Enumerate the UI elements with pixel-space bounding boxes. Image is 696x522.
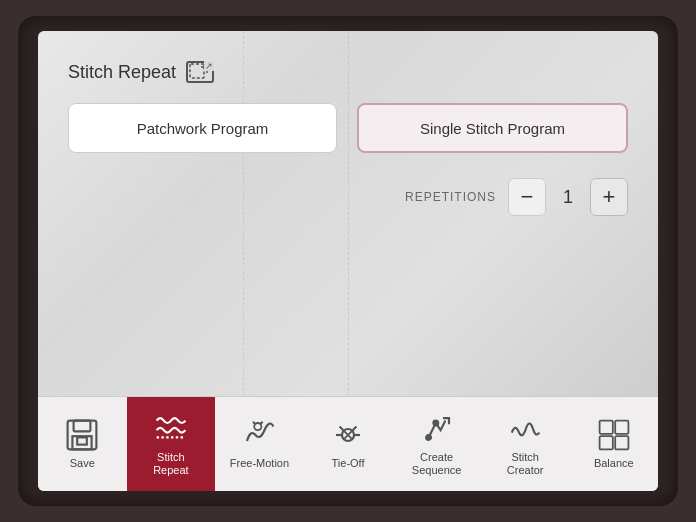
repetitions-minus-button[interactable]: − [508, 178, 546, 216]
svg-rect-12 [615, 437, 628, 450]
stitch-repeat-label: Stitch Repeat [68, 62, 176, 83]
svg-point-8 [433, 420, 438, 425]
stitch-creator-icon [507, 411, 543, 447]
svg-rect-4 [77, 438, 87, 445]
repetitions-label: REPETITIONS [405, 190, 496, 204]
save-label: Save [70, 457, 95, 470]
create-sequence-icon [419, 411, 455, 447]
toolbar-tie-off[interactable]: Tie-Off [304, 397, 393, 491]
svg-point-7 [426, 435, 431, 440]
tie-off-icon [330, 417, 366, 453]
balance-icon [596, 417, 632, 453]
balance-label: Balance [594, 457, 634, 470]
stitch-repeat-icon [186, 61, 214, 83]
toolbar-free-motion[interactable]: Free-Motion [215, 397, 304, 491]
free-motion-label: Free-Motion [230, 457, 289, 470]
toolbar-create-sequence[interactable]: CreateSequence [392, 397, 481, 491]
stitch-repeat-header: Stitch Repeat [68, 61, 628, 83]
repetitions-plus-button[interactable]: + [590, 178, 628, 216]
repetitions-row: REPETITIONS − 1 + [68, 178, 628, 216]
program-buttons: Patchwork Program Single Stitch Program [68, 103, 628, 153]
screen: Stitch Repeat Patchwork Program Single S… [38, 31, 658, 491]
toolbar-stitch-repeat[interactable]: StitchRepeat [127, 397, 216, 491]
stitch-repeat-label-tool: StitchRepeat [153, 451, 188, 477]
tie-off-label: Tie-Off [332, 457, 365, 470]
repetitions-value: 1 [558, 187, 578, 208]
toolbar-stitch-creator[interactable]: StitchCreator [481, 397, 570, 491]
svg-rect-0 [190, 64, 204, 78]
svg-rect-11 [599, 437, 612, 450]
stitch-repeat-tool-icon [153, 411, 189, 447]
create-sequence-label: CreateSequence [412, 451, 462, 477]
toolbar-save[interactable]: Save [38, 397, 127, 491]
toolbar-balance[interactable]: Balance [569, 397, 658, 491]
free-motion-icon [241, 417, 277, 453]
save-icon [64, 417, 100, 453]
svg-rect-9 [599, 421, 612, 434]
patchwork-program-button[interactable]: Patchwork Program [68, 103, 337, 153]
single-stitch-program-button[interactable]: Single Stitch Program [357, 103, 628, 153]
svg-rect-2 [74, 421, 91, 432]
stitch-creator-label: StitchCreator [507, 451, 544, 477]
device-frame: Stitch Repeat Patchwork Program Single S… [18, 16, 678, 506]
main-content: Stitch Repeat Patchwork Program Single S… [38, 31, 658, 396]
toolbar: Save StitchRepeat [38, 396, 658, 491]
svg-rect-10 [615, 421, 628, 434]
